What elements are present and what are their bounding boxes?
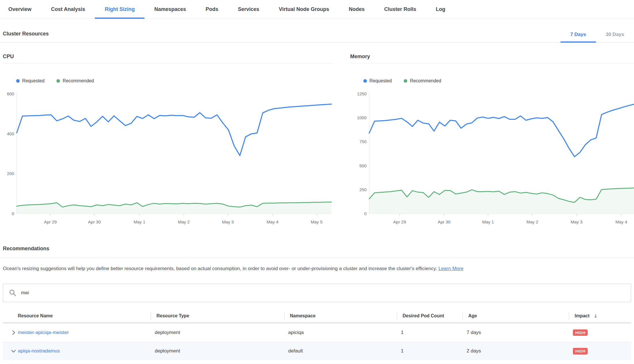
chevron-right-icon bbox=[10, 329, 17, 336]
legend-label-requested: Requested bbox=[369, 78, 392, 84]
table-body: meister-apiciqa-meisterdeploymentapiciqa… bbox=[3, 323, 631, 360]
cluster-resources-title: Cluster Resources bbox=[0, 31, 49, 42]
resource-type-cell: deployment bbox=[151, 348, 284, 354]
svg-text:500: 500 bbox=[359, 163, 367, 168]
svg-text:May 2: May 2 bbox=[527, 219, 538, 224]
svg-text:750: 750 bbox=[359, 139, 367, 144]
table-row: apiqa-nostradamusdeploymentdefault12 day… bbox=[3, 342, 631, 360]
sort-desc-arrow-icon: ↓ bbox=[594, 313, 598, 319]
requested-dot-icon bbox=[16, 79, 20, 83]
requested-dot-icon bbox=[363, 79, 367, 83]
svg-text:200: 200 bbox=[7, 171, 14, 176]
namespace-cell: apiciqa bbox=[284, 330, 397, 335]
resource-name-cell: meister-apiciqa-meister bbox=[18, 330, 151, 335]
legend-item-requested: Requested bbox=[363, 78, 392, 84]
cpu-chart-panel: CPU Requested Recommended 0200400600Apr … bbox=[3, 54, 334, 227]
memory-chart-panel: Memory Requested Recommended 02505007501… bbox=[350, 54, 634, 227]
memory-chart-title: Memory bbox=[350, 54, 634, 63]
svg-text:Apr 30: Apr 30 bbox=[438, 219, 450, 224]
svg-text:Apr 30: Apr 30 bbox=[88, 219, 101, 224]
column-header-age[interactable]: Age bbox=[463, 310, 569, 322]
time-range-toggle: 7 Days 30 Days bbox=[561, 32, 634, 42]
recommendations-description: Ocean's resizing suggestions will help y… bbox=[3, 266, 631, 272]
search-box bbox=[3, 284, 631, 302]
svg-text:May 1: May 1 bbox=[133, 219, 145, 224]
column-header-resource-type[interactable]: Resource Type bbox=[151, 310, 284, 322]
cpu-chart-title: CPU bbox=[3, 54, 334, 63]
impact-badge: HIGH bbox=[573, 348, 588, 354]
charts-row: CPU Requested Recommended 0200400600Apr … bbox=[0, 43, 634, 227]
svg-text:Apr 29: Apr 29 bbox=[44, 219, 57, 224]
svg-text:May 5: May 5 bbox=[311, 219, 322, 224]
range-7-days[interactable]: 7 Days bbox=[561, 32, 596, 42]
column-header-impact[interactable]: Impact ↓ bbox=[569, 310, 631, 322]
tab-overview[interactable]: Overview bbox=[0, 0, 41, 18]
top-tab-bar: OverviewCost AnalysisRight SizingNamespa… bbox=[0, 0, 634, 19]
impact-cell: HIGH bbox=[569, 348, 631, 354]
svg-text:May 4: May 4 bbox=[267, 219, 278, 224]
column-header-desired-pod-count[interactable]: Desired Pod Count bbox=[397, 310, 463, 322]
desired-pod-count-cell: 1 bbox=[397, 330, 463, 335]
row-expand-toggle[interactable] bbox=[3, 348, 18, 354]
search-icon bbox=[9, 289, 16, 297]
tab-right-sizing[interactable]: Right Sizing bbox=[95, 0, 144, 18]
svg-text:May 1: May 1 bbox=[482, 219, 494, 224]
memory-chart-legend: Requested Recommended bbox=[350, 78, 634, 84]
svg-text:400: 400 bbox=[7, 131, 14, 136]
recommended-dot-icon bbox=[404, 79, 407, 83]
recommendations-description-text: Ocean's resizing suggestions will help y… bbox=[3, 266, 437, 271]
cluster-resources-header: Cluster Resources 7 Days 30 Days bbox=[0, 31, 634, 43]
legend-item-recommended: Recommended bbox=[56, 78, 94, 84]
resource-type-cell: deployment bbox=[151, 330, 284, 335]
svg-text:May 3: May 3 bbox=[222, 219, 234, 224]
svg-text:May 3: May 3 bbox=[571, 219, 582, 224]
age-cell: 2 days bbox=[463, 348, 569, 354]
resource-name-link[interactable]: meister-apiciqa-meister bbox=[18, 330, 69, 335]
tab-cluster-rolls[interactable]: Cluster Rolls bbox=[374, 0, 426, 18]
table-row: meister-apiciqa-meisterdeploymentapiciqa… bbox=[3, 323, 631, 342]
impact-badge: HIGH bbox=[573, 329, 588, 336]
chevron-down-icon bbox=[10, 348, 17, 354]
svg-text:Apr 29: Apr 29 bbox=[393, 219, 406, 224]
resource-name-link[interactable]: apiqa-nostradamus bbox=[18, 348, 60, 354]
svg-text:0: 0 bbox=[12, 211, 14, 216]
memory-line-chart: 025050075010001250Apr 29Apr 30May 1May 2… bbox=[350, 88, 634, 227]
tab-namespaces[interactable]: Namespaces bbox=[144, 0, 196, 18]
svg-text:1250: 1250 bbox=[357, 91, 367, 96]
column-header-namespace[interactable]: Namespace bbox=[284, 310, 397, 322]
svg-text:600: 600 bbox=[7, 91, 14, 96]
tab-cost-analysis[interactable]: Cost Analysis bbox=[41, 0, 95, 18]
impact-header-label: Impact bbox=[575, 313, 590, 318]
svg-text:250: 250 bbox=[359, 187, 367, 192]
recommendations-header: Recommendations bbox=[0, 246, 634, 258]
row-expand-toggle[interactable] bbox=[3, 329, 18, 336]
legend-item-recommended: Recommended bbox=[404, 78, 441, 84]
impact-cell: HIGH bbox=[569, 329, 631, 336]
svg-text:0: 0 bbox=[364, 211, 367, 216]
resource-name-cell: apiqa-nostradamus bbox=[18, 348, 151, 354]
column-header-resource-name[interactable]: Resource Name bbox=[3, 310, 151, 322]
search-input[interactable] bbox=[20, 290, 625, 296]
svg-text:May 4: May 4 bbox=[615, 219, 627, 224]
legend-label-recommended: Recommended bbox=[410, 78, 441, 84]
range-30-days[interactable]: 30 Days bbox=[596, 32, 634, 42]
recommendations-title: Recommendations bbox=[0, 246, 49, 257]
tab-nodes[interactable]: Nodes bbox=[339, 0, 374, 18]
legend-label-recommended: Recommended bbox=[63, 78, 94, 84]
tab-log[interactable]: Log bbox=[426, 0, 455, 18]
age-cell: 7 days bbox=[463, 330, 569, 335]
cpu-line-chart: 0200400600Apr 29Apr 30May 1May 2May 3May… bbox=[3, 88, 334, 227]
svg-text:May 2: May 2 bbox=[178, 219, 190, 224]
svg-text:1000: 1000 bbox=[357, 115, 367, 120]
tab-pods[interactable]: Pods bbox=[196, 0, 228, 18]
recommended-dot-icon bbox=[56, 79, 60, 83]
learn-more-link[interactable]: Learn More bbox=[438, 266, 463, 271]
namespace-cell: default bbox=[284, 348, 397, 354]
legend-item-requested: Requested bbox=[16, 78, 44, 84]
desired-pod-count-cell: 1 bbox=[397, 348, 463, 354]
tab-services[interactable]: Services bbox=[228, 0, 269, 18]
cpu-chart-legend: Requested Recommended bbox=[3, 78, 334, 84]
legend-label-requested: Requested bbox=[22, 78, 44, 84]
tab-virtual-node-groups[interactable]: Virtual Node Groups bbox=[269, 0, 339, 18]
recommendations-table: Resource Name Resource Type Namespace De… bbox=[3, 310, 631, 360]
